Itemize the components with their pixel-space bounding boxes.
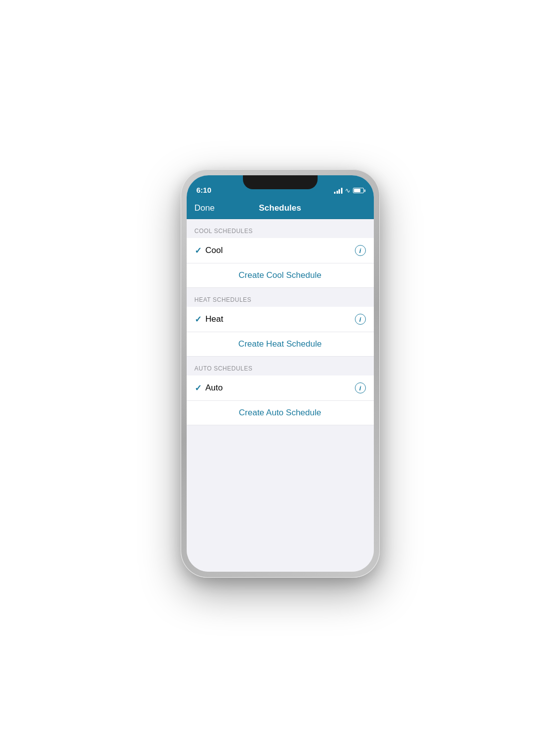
- create-auto-schedule-button[interactable]: Create Auto Schedule: [187, 401, 374, 425]
- done-button[interactable]: Done: [195, 203, 215, 213]
- cool-list-group: ✓ Cool i Create Cool Schedule: [187, 238, 374, 288]
- content-area: COOL SCHEDULES ✓ Cool i Create Cool Sche…: [187, 219, 374, 572]
- empty-bottom-area: [187, 425, 374, 525]
- heat-list-group: ✓ Heat i Create Heat Schedule: [187, 307, 374, 357]
- auto-schedule-item[interactable]: ✓ Auto i: [187, 375, 374, 401]
- auto-list-group: ✓ Auto i Create Auto Schedule: [187, 375, 374, 425]
- cool-checkmark-icon: ✓: [195, 246, 202, 256]
- heat-checkmark-icon: ✓: [195, 314, 202, 325]
- heat-section-label: HEAT SCHEDULES: [195, 296, 252, 303]
- heat-item-label: Heat: [206, 314, 224, 324]
- wifi-icon: ∿: [345, 187, 350, 194]
- nav-bar: Done Schedules: [187, 197, 374, 219]
- phone-screen: 6:10 ∿ Done Schedules: [187, 175, 374, 572]
- notch: [243, 175, 318, 189]
- heat-section-header: HEAT SCHEDULES: [187, 288, 374, 307]
- cool-section-header: COOL SCHEDULES: [187, 219, 374, 238]
- status-time: 6:10: [197, 186, 212, 194]
- cool-section-label: COOL SCHEDULES: [195, 228, 253, 235]
- status-icons: ∿: [334, 187, 364, 194]
- heat-info-icon[interactable]: i: [355, 314, 366, 325]
- create-heat-schedule-button[interactable]: Create Heat Schedule: [187, 332, 374, 357]
- battery-icon: [353, 188, 364, 193]
- auto-info-icon[interactable]: i: [355, 382, 366, 393]
- page-title: Schedules: [259, 203, 301, 213]
- auto-checkmark-icon: ✓: [195, 383, 202, 393]
- cool-info-icon[interactable]: i: [355, 245, 366, 256]
- cool-item-label: Cool: [206, 246, 223, 255]
- auto-item-label: Auto: [206, 383, 223, 393]
- auto-section-header: AUTO SCHEDULES: [187, 357, 374, 375]
- signal-icon: [334, 188, 342, 194]
- cool-schedule-item[interactable]: ✓ Cool i: [187, 238, 374, 263]
- phone-frame: 6:10 ∿ Done Schedules: [181, 169, 380, 578]
- heat-schedule-item[interactable]: ✓ Heat i: [187, 307, 374, 332]
- auto-section-label: AUTO SCHEDULES: [195, 365, 253, 372]
- create-cool-schedule-button[interactable]: Create Cool Schedule: [187, 263, 374, 288]
